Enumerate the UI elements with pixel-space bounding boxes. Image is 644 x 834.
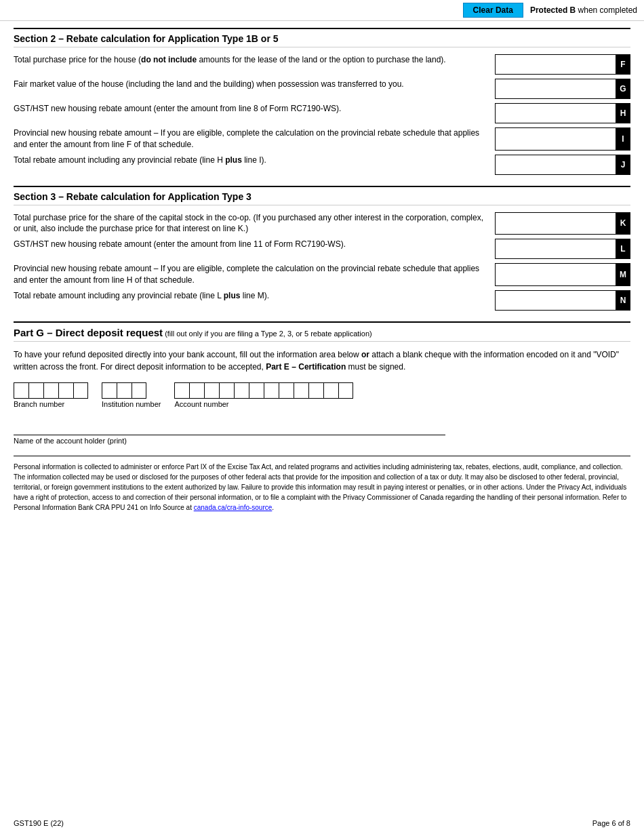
part-g: Part G – Direct deposit request (fill ou… <box>14 321 630 445</box>
main-content: Section 2 – Rebate calculation for Appli… <box>0 21 644 519</box>
field-f-input-wrap: F <box>495 54 630 75</box>
account-box-5[interactable] <box>234 382 249 399</box>
field-row-h: GST/HST new housing rebate amount (enter… <box>14 103 630 123</box>
page-footer: GST190 E (22) Page 6 of 8 <box>14 819 630 827</box>
privacy-link[interactable]: canada.ca/cra-info-source <box>194 504 273 511</box>
field-row-f: Total purchase price for the house (do n… <box>14 54 630 75</box>
field-f-letter: F <box>616 55 630 74</box>
field-l-letter: L <box>616 239 630 258</box>
branch-boxes <box>14 382 88 399</box>
privacy-text: Personal information is collected to adm… <box>14 462 630 513</box>
top-bar: Clear Data Protected B when completed <box>0 0 644 21</box>
part-g-header: Part G – Direct deposit request (fill ou… <box>14 321 630 342</box>
field-row-g: Fair market value of the house (includin… <box>14 79 630 99</box>
part-g-description: To have your refund deposited directly i… <box>14 349 630 373</box>
form-code: GST190 E (22) <box>14 819 64 827</box>
branch-box-5[interactable] <box>73 382 88 399</box>
section-2: Section 2 – Rebate calculation for Appli… <box>14 28 630 175</box>
part-g-subtitle: (fill out only if you are filing a Type … <box>163 330 372 338</box>
field-l-label: GST/HST new housing rebate amount (enter… <box>14 239 495 259</box>
institution-box-2[interactable] <box>117 382 132 399</box>
institution-box-1[interactable] <box>102 382 117 399</box>
account-box-1[interactable] <box>174 382 189 399</box>
branch-box-3[interactable] <box>43 382 58 399</box>
account-label: Account number <box>174 400 228 408</box>
institution-box-3[interactable] <box>132 382 146 399</box>
field-h-label: GST/HST new housing rebate amount (enter… <box>14 103 495 123</box>
branch-box-1[interactable] <box>14 382 28 399</box>
field-m-label: Provincial new housing rebate amount – I… <box>14 263 495 286</box>
footer-section: Personal information is collected to adm… <box>14 456 630 513</box>
field-j-input[interactable] <box>496 155 616 174</box>
section-3-header: Section 3 – Rebate calculation for Appli… <box>14 186 630 205</box>
field-i-input-wrap: I <box>495 127 630 151</box>
field-j-label: Total rebate amount including any provin… <box>14 155 495 175</box>
field-row-k: Total purchase price for the share of th… <box>14 212 630 235</box>
account-boxes <box>174 382 353 399</box>
branch-box-2[interactable] <box>28 382 43 399</box>
account-box-4[interactable] <box>219 382 234 399</box>
field-row-i: Provincial new housing rebate amount – I… <box>14 127 630 151</box>
field-i-letter: I <box>616 128 630 150</box>
field-row-l: GST/HST new housing rebate amount (enter… <box>14 239 630 259</box>
field-h-input-wrap: H <box>495 103 630 123</box>
field-n-label: Total rebate amount including any provin… <box>14 290 495 311</box>
field-f-label: Total purchase price for the house (do n… <box>14 54 495 75</box>
field-f-input[interactable] <box>496 55 616 74</box>
account-box-6[interactable] <box>249 382 264 399</box>
field-i-label: Provincial new housing rebate amount – I… <box>14 127 495 151</box>
field-k-input[interactable] <box>496 213 616 235</box>
branch-number-group: Branch number <box>14 382 88 408</box>
field-h-letter: H <box>616 104 630 123</box>
field-row-n: Total rebate amount including any provin… <box>14 290 630 311</box>
branch-box-4[interactable] <box>58 382 73 399</box>
field-k-letter: K <box>616 213 630 235</box>
field-j-letter: J <box>616 155 630 174</box>
field-g-input-wrap: G <box>495 79 630 99</box>
account-box-10[interactable] <box>308 382 323 399</box>
account-box-11[interactable] <box>323 382 338 399</box>
section-3: Section 3 – Rebate calculation for Appli… <box>14 186 630 311</box>
field-n-input[interactable] <box>496 291 616 310</box>
field-m-input-wrap: M <box>495 263 630 286</box>
field-m-input[interactable] <box>496 264 616 285</box>
section-2-header: Section 2 – Rebate calculation for Appli… <box>14 28 630 47</box>
field-n-letter: N <box>616 291 630 310</box>
account-box-7[interactable] <box>264 382 279 399</box>
field-h-input[interactable] <box>496 104 616 123</box>
field-row-m: Provincial new housing rebate amount – I… <box>14 263 630 286</box>
branch-label: Branch number <box>14 400 64 408</box>
account-box-2[interactable] <box>189 382 204 399</box>
field-g-input[interactable] <box>496 79 616 98</box>
account-holder-input[interactable] <box>14 419 445 435</box>
field-l-input[interactable] <box>496 239 616 258</box>
account-box-9[interactable] <box>294 382 308 399</box>
clear-data-button[interactable]: Clear Data <box>463 3 523 18</box>
page-info: Page 6 of 8 <box>592 819 630 827</box>
field-i-input[interactable] <box>496 128 616 150</box>
account-box-8[interactable] <box>279 382 294 399</box>
bank-fields-row: Branch number Institution number <box>14 382 630 408</box>
field-l-input-wrap: L <box>495 239 630 259</box>
field-k-label: Total purchase price for the share of th… <box>14 212 495 235</box>
privacy-end: . <box>272 504 274 511</box>
account-box-3[interactable] <box>204 382 219 399</box>
field-n-input-wrap: N <box>495 290 630 311</box>
account-number-group: Account number <box>174 382 353 408</box>
field-j-input-wrap: J <box>495 155 630 175</box>
protected-label: Protected B when completed <box>530 5 637 15</box>
field-k-input-wrap: K <box>495 212 630 235</box>
field-g-label: Fair market value of the house (includin… <box>14 79 495 99</box>
account-box-12[interactable] <box>338 382 353 399</box>
institution-number-group: Institution number <box>102 382 161 408</box>
field-g-letter: G <box>616 79 630 98</box>
institution-boxes <box>102 382 146 399</box>
field-m-letter: M <box>616 264 630 285</box>
account-holder-label: Name of the account holder (print) <box>14 437 630 445</box>
account-holder-section: Name of the account holder (print) <box>14 419 630 445</box>
privacy-text-main: Personal information is collected to adm… <box>14 463 626 511</box>
institution-label: Institution number <box>102 400 161 408</box>
part-g-title: Part G – Direct deposit request <box>14 327 163 338</box>
field-row-j: Total rebate amount including any provin… <box>14 155 630 175</box>
